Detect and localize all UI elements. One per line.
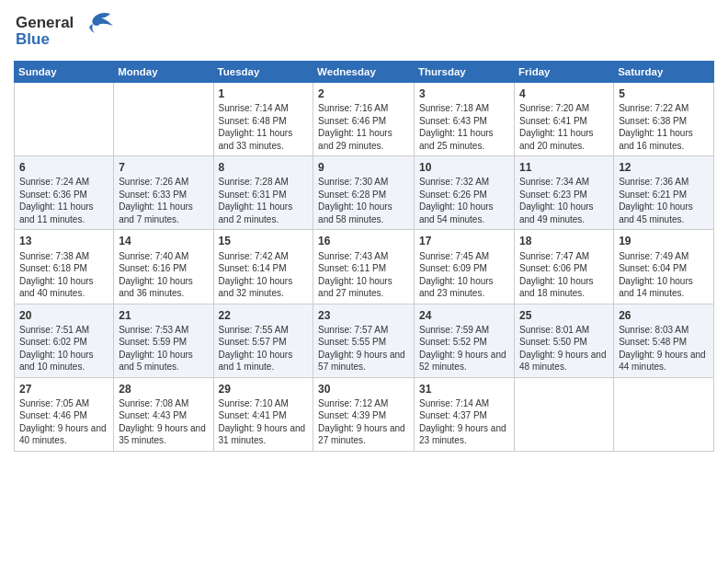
calendar-cell: 21Sunrise: 7:53 AM Sunset: 5:59 PM Dayli… bbox=[114, 304, 213, 377]
calendar-cell: 23Sunrise: 7:57 AM Sunset: 5:55 PM Dayli… bbox=[313, 304, 415, 377]
day-number: 14 bbox=[119, 234, 208, 248]
day-number: 20 bbox=[19, 308, 108, 323]
day-number: 30 bbox=[318, 382, 409, 396]
day-info: Sunrise: 7:26 AM Sunset: 6:33 PM Dayligh… bbox=[119, 176, 208, 225]
calendar-cell: 15Sunrise: 7:42 AM Sunset: 6:14 PM Dayli… bbox=[213, 230, 313, 304]
weekday-header-tuesday: Tuesday bbox=[213, 62, 313, 83]
day-number: 8 bbox=[219, 160, 309, 175]
day-number: 27 bbox=[19, 382, 108, 396]
header: General Blue bbox=[14, 9, 714, 53]
calendar-cell bbox=[614, 377, 714, 451]
day-number: 2 bbox=[318, 86, 409, 101]
week-row-1: 1Sunrise: 7:14 AM Sunset: 6:48 PM Daylig… bbox=[15, 83, 714, 156]
calendar-cell: 6Sunrise: 7:24 AM Sunset: 6:36 PM Daylig… bbox=[15, 156, 114, 230]
day-number: 26 bbox=[619, 308, 709, 323]
calendar-table: SundayMondayTuesdayWednesdayThursdayFrid… bbox=[14, 61, 714, 452]
day-number: 16 bbox=[318, 234, 409, 248]
day-info: Sunrise: 7:38 AM Sunset: 6:18 PM Dayligh… bbox=[19, 250, 108, 300]
day-info: Sunrise: 7:57 AM Sunset: 5:55 PM Dayligh… bbox=[318, 324, 409, 373]
day-info: Sunrise: 7:36 AM Sunset: 6:21 PM Dayligh… bbox=[619, 176, 709, 225]
day-info: Sunrise: 7:51 AM Sunset: 6:02 PM Dayligh… bbox=[19, 324, 108, 373]
calendar-cell bbox=[514, 377, 613, 451]
calendar-cell: 4Sunrise: 7:20 AM Sunset: 6:41 PM Daylig… bbox=[514, 83, 613, 156]
week-row-2: 6Sunrise: 7:24 AM Sunset: 6:36 PM Daylig… bbox=[15, 156, 714, 230]
weekday-header-saturday: Saturday bbox=[614, 62, 714, 83]
day-info: Sunrise: 7:34 AM Sunset: 6:23 PM Dayligh… bbox=[519, 176, 609, 225]
day-number: 29 bbox=[219, 382, 309, 396]
day-info: Sunrise: 7:12 AM Sunset: 4:39 PM Dayligh… bbox=[318, 397, 409, 447]
day-info: Sunrise: 7:08 AM Sunset: 4:43 PM Dayligh… bbox=[119, 397, 208, 447]
calendar-cell: 27Sunrise: 7:05 AM Sunset: 4:46 PM Dayli… bbox=[15, 377, 114, 451]
day-number: 21 bbox=[119, 308, 208, 323]
calendar-cell: 13Sunrise: 7:38 AM Sunset: 6:18 PM Dayli… bbox=[15, 230, 114, 304]
day-number: 9 bbox=[318, 160, 409, 175]
calendar-cell: 5Sunrise: 7:22 AM Sunset: 6:38 PM Daylig… bbox=[614, 83, 714, 156]
day-info: Sunrise: 7:40 AM Sunset: 6:16 PM Dayligh… bbox=[119, 250, 208, 300]
day-number: 19 bbox=[619, 234, 709, 248]
weekday-header-monday: Monday bbox=[114, 62, 213, 83]
day-info: Sunrise: 7:22 AM Sunset: 6:38 PM Dayligh… bbox=[619, 102, 709, 152]
day-info: Sunrise: 7:42 AM Sunset: 6:14 PM Dayligh… bbox=[219, 250, 309, 300]
day-number: 10 bbox=[419, 160, 509, 175]
calendar-cell: 11Sunrise: 7:34 AM Sunset: 6:23 PM Dayli… bbox=[514, 156, 613, 230]
calendar-cell: 8Sunrise: 7:28 AM Sunset: 6:31 PM Daylig… bbox=[213, 156, 313, 230]
day-number: 6 bbox=[19, 160, 108, 175]
calendar-cell bbox=[15, 83, 114, 156]
day-number: 5 bbox=[619, 86, 709, 101]
day-number: 22 bbox=[219, 308, 309, 323]
svg-text:Blue: Blue bbox=[16, 30, 50, 48]
day-info: Sunrise: 7:20 AM Sunset: 6:41 PM Dayligh… bbox=[519, 102, 609, 152]
day-number: 18 bbox=[519, 234, 609, 248]
calendar-cell: 20Sunrise: 7:51 AM Sunset: 6:02 PM Dayli… bbox=[15, 304, 114, 377]
day-number: 13 bbox=[19, 234, 108, 248]
weekday-header-friday: Friday bbox=[514, 62, 613, 83]
weekday-header-thursday: Thursday bbox=[415, 62, 515, 83]
day-info: Sunrise: 7:24 AM Sunset: 6:36 PM Dayligh… bbox=[19, 176, 108, 225]
day-number: 11 bbox=[519, 160, 609, 175]
calendar-cell: 3Sunrise: 7:18 AM Sunset: 6:43 PM Daylig… bbox=[415, 83, 515, 156]
day-info: Sunrise: 7:16 AM Sunset: 6:46 PM Dayligh… bbox=[318, 102, 409, 152]
day-info: Sunrise: 7:32 AM Sunset: 6:26 PM Dayligh… bbox=[419, 176, 509, 225]
day-info: Sunrise: 7:14 AM Sunset: 6:48 PM Dayligh… bbox=[219, 102, 309, 152]
calendar-cell: 26Sunrise: 8:03 AM Sunset: 5:48 PM Dayli… bbox=[614, 304, 714, 377]
calendar-cell: 25Sunrise: 8:01 AM Sunset: 5:50 PM Dayli… bbox=[514, 304, 613, 377]
calendar-cell: 12Sunrise: 7:36 AM Sunset: 6:21 PM Dayli… bbox=[614, 156, 714, 230]
day-info: Sunrise: 7:28 AM Sunset: 6:31 PM Dayligh… bbox=[219, 176, 309, 225]
week-row-3: 13Sunrise: 7:38 AM Sunset: 6:18 PM Dayli… bbox=[15, 230, 714, 304]
day-number: 31 bbox=[419, 382, 509, 396]
calendar-cell: 9Sunrise: 7:30 AM Sunset: 6:28 PM Daylig… bbox=[313, 156, 415, 230]
calendar-cell bbox=[114, 83, 213, 156]
day-info: Sunrise: 7:55 AM Sunset: 5:57 PM Dayligh… bbox=[219, 324, 309, 373]
calendar-cell: 1Sunrise: 7:14 AM Sunset: 6:48 PM Daylig… bbox=[213, 83, 313, 156]
page-container: General Blue SundayMondayTuesdayWednesda… bbox=[0, 0, 728, 456]
day-info: Sunrise: 7:47 AM Sunset: 6:06 PM Dayligh… bbox=[519, 250, 609, 300]
week-row-4: 20Sunrise: 7:51 AM Sunset: 6:02 PM Dayli… bbox=[15, 304, 714, 377]
logo-text: General Blue bbox=[14, 9, 115, 53]
weekday-header-wednesday: Wednesday bbox=[313, 62, 415, 83]
day-info: Sunrise: 7:43 AM Sunset: 6:11 PM Dayligh… bbox=[318, 250, 409, 300]
weekday-header-row: SundayMondayTuesdayWednesdayThursdayFrid… bbox=[15, 62, 714, 83]
day-info: Sunrise: 7:10 AM Sunset: 4:41 PM Dayligh… bbox=[219, 397, 309, 447]
calendar-cell: 18Sunrise: 7:47 AM Sunset: 6:06 PM Dayli… bbox=[514, 230, 613, 304]
calendar-cell: 19Sunrise: 7:49 AM Sunset: 6:04 PM Dayli… bbox=[614, 230, 714, 304]
day-number: 17 bbox=[419, 234, 509, 248]
svg-text:General: General bbox=[16, 14, 74, 31]
calendar-cell: 10Sunrise: 7:32 AM Sunset: 6:26 PM Dayli… bbox=[415, 156, 515, 230]
day-number: 25 bbox=[519, 308, 609, 323]
day-number: 7 bbox=[119, 160, 208, 175]
week-row-5: 27Sunrise: 7:05 AM Sunset: 4:46 PM Dayli… bbox=[15, 377, 714, 451]
logo: General Blue bbox=[14, 9, 115, 53]
weekday-header-sunday: Sunday bbox=[15, 62, 114, 83]
day-info: Sunrise: 7:14 AM Sunset: 4:37 PM Dayligh… bbox=[419, 397, 509, 447]
day-number: 4 bbox=[519, 86, 609, 101]
day-number: 23 bbox=[318, 308, 409, 323]
day-number: 1 bbox=[219, 86, 309, 101]
day-info: Sunrise: 7:49 AM Sunset: 6:04 PM Dayligh… bbox=[619, 250, 709, 300]
day-number: 15 bbox=[219, 234, 309, 248]
day-info: Sunrise: 7:59 AM Sunset: 5:52 PM Dayligh… bbox=[419, 324, 509, 373]
calendar-cell: 31Sunrise: 7:14 AM Sunset: 4:37 PM Dayli… bbox=[415, 377, 515, 451]
day-number: 28 bbox=[119, 382, 208, 396]
day-info: Sunrise: 8:03 AM Sunset: 5:48 PM Dayligh… bbox=[619, 324, 709, 373]
calendar-cell: 14Sunrise: 7:40 AM Sunset: 6:16 PM Dayli… bbox=[114, 230, 213, 304]
calendar-cell: 22Sunrise: 7:55 AM Sunset: 5:57 PM Dayli… bbox=[213, 304, 313, 377]
